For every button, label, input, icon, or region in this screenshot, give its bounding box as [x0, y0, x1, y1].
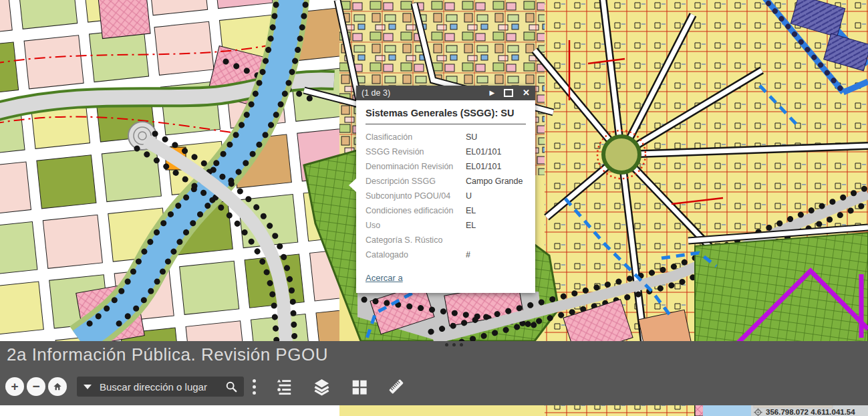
zoom-in-button[interactable]: + [5, 377, 24, 396]
field-value: SU [466, 132, 477, 142]
popup-header: (1 de 3) ▶ ✕ [356, 86, 535, 100]
measure-button[interactable] [387, 377, 406, 396]
toolbar: + − [5, 377, 406, 397]
field-row: Denominación RevisiónEL01/101 [366, 159, 526, 174]
field-value: EL [466, 221, 476, 230]
feature-popup: (1 de 3) ▶ ✕ Sistemas Generales (SSGG): … [356, 86, 535, 293]
zoom-out-button[interactable]: − [27, 377, 45, 396]
locate-crosshair-icon[interactable] [754, 408, 762, 416]
bottom-panel: 2a Información Pública. Revisión PGOU + … [0, 341, 868, 405]
field-row: Categoría S. Rústico [366, 233, 526, 247]
legend-button[interactable] [275, 377, 293, 396]
app-title: 2a Información Pública. Revisión PGOU [7, 344, 328, 365]
basemap-gallery-icon [351, 379, 368, 395]
maximize-icon[interactable] [504, 89, 513, 97]
field-label: Denominación Revisión [366, 162, 466, 171]
field-label: Categoría S. Rústico [366, 235, 466, 245]
coordinates-readout: 356.798.072 4.611.041.54 [766, 408, 855, 416]
field-value: EL01/101 [466, 162, 502, 171]
layers-button[interactable] [312, 377, 331, 396]
search-dropdown-caret-icon[interactable] [84, 385, 92, 389]
field-value: U [466, 191, 472, 201]
field-value: EL01/101 [466, 147, 502, 157]
basemap-gallery-button[interactable] [349, 377, 368, 396]
field-value: Campo Grande [466, 177, 523, 186]
field-row: Subconjunto PGOU/04U [366, 189, 526, 203]
field-label: Uso [366, 221, 466, 230]
field-row: SSGG RevisiónEL01/101 [366, 144, 526, 159]
field-label: Clasificación [366, 132, 466, 142]
legend-icon [275, 378, 293, 395]
home-icon [52, 381, 63, 392]
close-icon[interactable]: ✕ [523, 86, 530, 100]
coordinates-widget: 356.798.072 4.611.041.54 [751, 405, 868, 416]
popup-title: Sistemas Generales (SSGG): SU [366, 102, 526, 124]
next-feature-icon[interactable]: ▶ [489, 86, 494, 100]
field-label: SSGG Revisión [366, 147, 466, 157]
search-icon[interactable] [225, 381, 237, 393]
field-label: Catalogado [366, 250, 466, 259]
field-row: ClasificaciónSU [366, 130, 526, 144]
search-box [77, 377, 244, 397]
popup-body: Sistemas Generales (SSGG): SU Clasificac… [356, 100, 535, 293]
field-value: # [466, 250, 470, 259]
measure-icon [387, 377, 406, 396]
field-label: Descripción SSGG [366, 177, 466, 186]
layers-icon [313, 378, 331, 396]
field-row: Condiciones edificaciónEL [366, 203, 526, 218]
field-row: Descripción SSGGCampo Grande [366, 174, 526, 189]
field-row: UsoEL [366, 218, 526, 233]
field-value: EL [466, 206, 476, 215]
popup-pager: (1 de 3) [361, 88, 390, 98]
overflow-menu-icon[interactable] [253, 379, 256, 395]
search-input[interactable] [98, 381, 225, 393]
field-row: Catalogado# [366, 247, 526, 262]
zoom-to-link[interactable]: Acercar a [366, 273, 403, 283]
field-label: Condiciones edificación [366, 206, 466, 215]
field-label: Subconjunto PGOU/04 [366, 191, 466, 201]
home-button[interactable] [48, 377, 67, 396]
attribute-table-handle[interactable] [445, 343, 463, 346]
